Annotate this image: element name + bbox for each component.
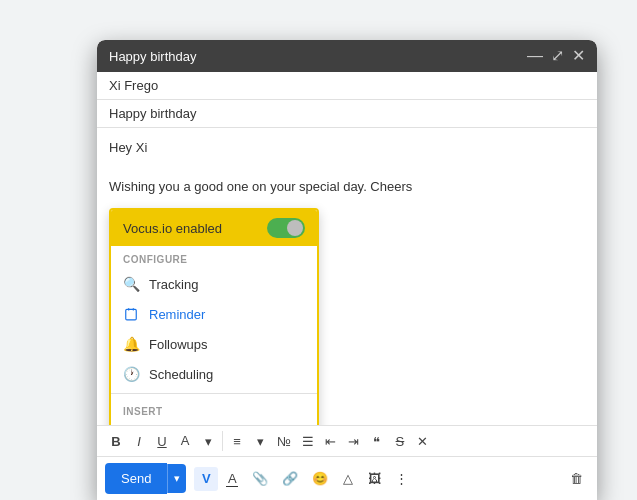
- vocus-v-button[interactable]: V: [194, 467, 218, 491]
- bottom-font-a: A: [228, 471, 237, 486]
- link-button[interactable]: 🔗: [276, 467, 304, 491]
- compose-title: Happy birthday: [109, 49, 196, 64]
- bottom-font-color-button[interactable]: A: [220, 467, 244, 491]
- indent-less-button[interactable]: ⇤: [320, 430, 342, 452]
- vocus-toggle[interactable]: [267, 218, 305, 238]
- bottom-toolbar: Send ▾ V A 📎 🔗 😊 △ 🖼 ⋮ 🗑: [97, 456, 597, 500]
- vocus-enabled-row: Vocus.io enabled: [111, 210, 317, 246]
- compose-header-controls: — ⤢ ✕: [527, 48, 585, 64]
- tracking-icon: 🔍: [123, 276, 139, 292]
- compose-window: Happy birthday — ⤢ ✕ Xi Frego Happy birt…: [97, 40, 597, 500]
- reminder-icon: [123, 306, 139, 322]
- insert-section-label: INSERT: [111, 398, 317, 421]
- emoji-button[interactable]: 😊: [306, 467, 334, 491]
- quote-button[interactable]: ❝: [366, 430, 388, 452]
- toggle-thumb: [287, 220, 303, 236]
- format-toolbar: B I U A ▾ ≡ ▾ № ☰ ⇤ ⇥ ❝ S ✕: [97, 425, 597, 456]
- underline-button[interactable]: U: [151, 430, 173, 452]
- italic-button[interactable]: I: [128, 430, 150, 452]
- minimize-button[interactable]: —: [527, 48, 543, 64]
- attach-button[interactable]: 📎: [246, 467, 274, 491]
- remove-format-button[interactable]: ✕: [412, 430, 434, 452]
- more-button[interactable]: ⋮: [389, 467, 414, 491]
- menu-item-tracking[interactable]: 🔍 Tracking: [111, 269, 317, 299]
- font-color-arrow[interactable]: ▾: [197, 430, 219, 452]
- subject-field[interactable]: Happy birthday: [97, 100, 597, 128]
- drive-button[interactable]: △: [336, 467, 360, 491]
- send-group: Send ▾: [105, 463, 186, 494]
- font-color-a: A: [181, 433, 190, 448]
- align-arrow[interactable]: ▾: [249, 430, 271, 452]
- followups-label: Followups: [149, 337, 208, 352]
- vocus-dropdown: Vocus.io enabled CONFIGURE 🔍 Tracking: [109, 208, 319, 425]
- tracking-label: Tracking: [149, 277, 198, 292]
- followups-icon: 🔔: [123, 336, 139, 352]
- menu-item-scheduling[interactable]: 🕐 Scheduling: [111, 359, 317, 389]
- reminder-label: Reminder: [149, 307, 205, 322]
- menu-item-followups[interactable]: 🔔 Followups: [111, 329, 317, 359]
- configure-section-label: CONFIGURE: [111, 246, 317, 269]
- menu-item-coordinator[interactable]: 💬 Coordinator: [111, 421, 317, 425]
- toggle-track[interactable]: [267, 218, 305, 238]
- compose-header: Happy birthday — ⤢ ✕: [97, 40, 597, 72]
- bold-button[interactable]: B: [105, 430, 127, 452]
- send-button[interactable]: Send: [105, 463, 167, 494]
- section-divider: [111, 393, 317, 394]
- svg-rect-0: [126, 309, 137, 320]
- send-arrow-button[interactable]: ▾: [167, 464, 186, 493]
- menu-item-reminder[interactable]: Reminder: [111, 299, 317, 329]
- trash-button[interactable]: 🗑: [564, 467, 589, 491]
- toolbar-divider-1: [222, 431, 223, 451]
- ordered-list-button[interactable]: №: [272, 430, 296, 452]
- body-text: Hey Xi Wishing you a good one on your sp…: [109, 138, 585, 197]
- compose-body[interactable]: Hey Xi Wishing you a good one on your sp…: [97, 128, 597, 425]
- close-button[interactable]: ✕: [572, 48, 585, 64]
- bottom-color-bar: [226, 486, 238, 487]
- unordered-list-button[interactable]: ☰: [297, 430, 319, 452]
- vocus-enabled-label: Vocus.io enabled: [123, 221, 222, 236]
- font-color-button[interactable]: A: [174, 430, 196, 452]
- scheduling-icon: 🕐: [123, 366, 139, 382]
- indent-more-button[interactable]: ⇥: [343, 430, 365, 452]
- align-button[interactable]: ≡: [226, 430, 248, 452]
- photo-button[interactable]: 🖼: [362, 467, 387, 491]
- scheduling-label: Scheduling: [149, 367, 213, 382]
- strikethrough-button[interactable]: S: [389, 430, 411, 452]
- resize-button[interactable]: ⤢: [551, 48, 564, 64]
- to-field[interactable]: Xi Frego: [97, 72, 597, 100]
